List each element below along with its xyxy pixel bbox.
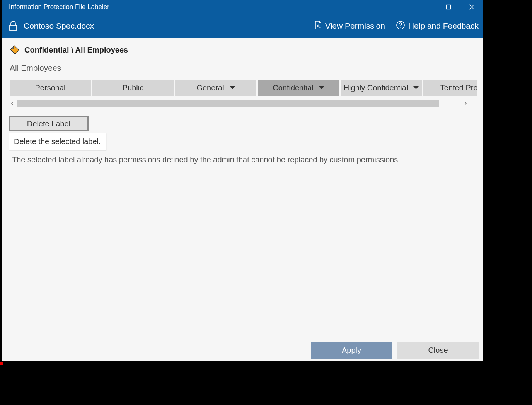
sublabel-text: All Employees bbox=[10, 63, 477, 73]
window-title: Information Protection File Labeler bbox=[9, 3, 414, 11]
scroll-right-arrow[interactable]: › bbox=[463, 98, 468, 108]
label-option-confidential[interactable]: Confidential bbox=[258, 80, 339, 96]
footer: Apply Close bbox=[2, 339, 483, 361]
recording-indicator-icon bbox=[0, 362, 3, 365]
label-option-text: Confidential bbox=[273, 83, 314, 92]
current-label-heading: Confidential \ All Employees bbox=[10, 45, 477, 55]
app-window: Information Protection File Labeler Cont… bbox=[2, 0, 483, 361]
view-permission-text: View Permission bbox=[325, 21, 385, 31]
minimize-button[interactable] bbox=[414, 0, 437, 14]
chevron-down-icon bbox=[319, 86, 324, 89]
chevron-down-icon bbox=[413, 86, 419, 89]
help-icon bbox=[396, 20, 405, 32]
delete-tooltip: Delete the selected label. bbox=[9, 133, 106, 150]
svg-rect-4 bbox=[10, 25, 17, 30]
tag-icon bbox=[10, 45, 20, 55]
label-option-text: Highly Confidential bbox=[344, 83, 408, 92]
view-permission-link[interactable]: View Permission bbox=[314, 20, 385, 32]
admin-permissions-note: The selected label already has permissio… bbox=[12, 155, 477, 164]
label-path-text: Confidential \ All Employees bbox=[24, 46, 128, 54]
label-option-highly-confidential[interactable]: Highly Confidential bbox=[341, 80, 422, 96]
label-bar: PersonalPublicGeneralConfidentialHighly … bbox=[10, 80, 477, 96]
content-area: Confidential \ All Employees All Employe… bbox=[2, 38, 483, 339]
apply-button[interactable]: Apply bbox=[311, 342, 392, 359]
label-option-tented-projec[interactable]: Tented Projec bbox=[423, 80, 477, 96]
label-option-general[interactable]: General bbox=[175, 80, 256, 96]
scroll-track[interactable] bbox=[17, 100, 439, 107]
maximize-button[interactable] bbox=[437, 0, 460, 14]
window-controls bbox=[414, 0, 483, 14]
lock-icon bbox=[9, 21, 17, 31]
document-permission-icon bbox=[314, 20, 322, 32]
filename-label: Contoso Spec.docx bbox=[24, 21, 304, 31]
label-scrollbar[interactable]: ‹ › bbox=[10, 98, 477, 108]
label-option-public[interactable]: Public bbox=[92, 80, 174, 96]
delete-section: Delete Label Delete the selected label. bbox=[9, 116, 90, 131]
svg-point-5 bbox=[317, 25, 319, 27]
label-option-text: Personal bbox=[35, 83, 66, 92]
close-button[interactable]: Close bbox=[397, 342, 479, 359]
svg-point-7 bbox=[400, 27, 401, 28]
label-option-personal[interactable]: Personal bbox=[10, 80, 91, 96]
svg-point-8 bbox=[12, 47, 14, 49]
chevron-down-icon bbox=[230, 86, 235, 89]
label-option-text: General bbox=[196, 83, 224, 92]
help-feedback-link[interactable]: Help and Feedback bbox=[396, 20, 479, 32]
scroll-left-arrow[interactable]: ‹ bbox=[10, 98, 15, 108]
file-header: Contoso Spec.docx View Permission Help a… bbox=[2, 14, 483, 38]
delete-label-button[interactable]: Delete Label bbox=[9, 116, 89, 131]
titlebar: Information Protection File Labeler bbox=[2, 0, 483, 14]
label-option-text: Public bbox=[123, 83, 143, 92]
svg-rect-1 bbox=[447, 5, 451, 9]
label-option-text: Tented Projec bbox=[440, 83, 477, 92]
close-window-button[interactable] bbox=[460, 0, 483, 14]
help-feedback-text: Help and Feedback bbox=[408, 21, 479, 31]
